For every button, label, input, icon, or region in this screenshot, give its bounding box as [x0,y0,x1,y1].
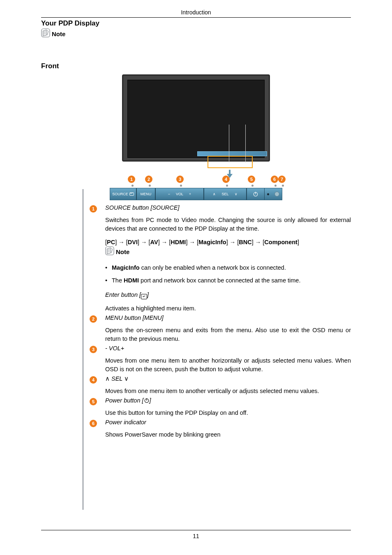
item-body: Opens the on-screen menu and exits from … [105,326,351,343]
item-2: 2 MENU button [MENU] Opens the on-screen… [90,314,351,343]
callout-dots [110,185,282,188]
item-body: Use this button for turning the PDP Disp… [105,409,351,417]
figure: 1 2 3 4 5 6 7 SOURCE MENU −VOL+ ∧SEL∨ [41,74,351,200]
rule-bottom [41,530,351,530]
note-icon [105,246,114,257]
bullet-item: MagicInfo can only be enabled when a net… [105,264,351,272]
item-title: - VOL+ [105,345,351,352]
indicator-dot [267,193,269,195]
bar-sel: ∧SEL∨ [204,188,247,200]
note-row: Note [105,246,351,257]
monitor-screen [127,80,265,158]
item-1: 1 SOURCE button [SOURCE] Switches from P… [90,204,351,313]
item-body: Shows PowerSaver mode by blinking green [105,430,351,439]
callout-badge: 3 [176,176,184,183]
monitor-illustration [122,74,270,162]
item-title-enter: Enter button [↵] [105,291,351,299]
item-body: Switches from PC mode to Video mode. Cha… [105,216,351,233]
callout-badge: 7 [278,176,286,183]
bar-endcap [265,192,282,197]
item-body: Moves from one menu item to another vert… [105,387,351,395]
enter-icon: ↵ [141,294,147,299]
document-page: { "header": { "running_head": "Introduct… [0,0,392,555]
callout-number-row: 1 2 3 4 5 6 7 [110,176,282,185]
page-number: 11 [41,533,351,539]
item-badge: 2 [90,315,97,323]
chevron-down-icon: ∨ [124,375,129,382]
item-badge: 6 [90,420,97,427]
subtitle-front: Front [41,62,351,70]
item-4: 4 ∧ SEL ∨ Moves from one menu item to an… [90,375,351,395]
section-title: Your PDP Display [41,19,351,28]
rule-top [41,17,351,18]
enter-icon [129,192,134,196]
item-badge: 5 [90,398,97,405]
note-label: Note [116,248,129,255]
source-chain: [PC] → [DVI] → [AV] → [HDMI] → [MagicInf… [105,239,351,245]
callout-badge: 4 [222,176,230,183]
item-title: Power indicator [105,419,351,426]
callout-badge: 5 [248,176,255,183]
callout-badge: 6 [271,176,278,183]
running-head: Introduction [41,9,351,17]
item-badge: 3 [90,346,97,353]
note-icon [41,28,50,39]
item-6: 6 Power indicator Shows PowerSaver mode … [90,419,351,439]
bar-source: SOURCE [110,188,136,200]
items-list: 1 SOURCE button [SOURCE] Switches from P… [90,204,351,439]
item-title: SOURCE button [SOURCE] [105,204,351,211]
item-title: Power button [] [105,397,351,404]
callout-connector [245,125,246,162]
item-3: 3 - VOL+ Moves from one menu item to ano… [90,345,351,374]
footer: 11 [41,530,351,539]
note-label: Note [52,30,65,37]
callout-box [208,156,253,168]
callout-badge: 2 [145,176,152,183]
item-badge: 4 [90,376,97,384]
power-icon [144,397,150,404]
side-rule [82,189,84,510]
bullet-item: The HDMI port and network box cannot be … [105,276,351,285]
item-title: ∧ SEL ∨ [105,375,351,382]
item-title: MENU button [MENU] [105,314,351,321]
sensor-icon [274,192,279,197]
note-row: Note [41,28,351,39]
button-bar-illustration: SOURCE MENU −VOL+ ∧SEL∨ [110,188,282,200]
item-5: 5 Power button [] Use this button for tu… [90,397,351,417]
chevron-up-icon: ∧ [105,375,110,382]
item-badge: 1 [90,205,97,213]
bullet-list: MagicInfo can only be enabled when a net… [105,264,351,285]
bar-power [247,188,265,200]
bar-menu: MENU [136,188,155,200]
callout-connector [229,125,229,162]
item-body: Moves from one menu item to another hori… [105,356,351,374]
callout-badge: 1 [128,176,135,183]
item-body: Activates a highlighted menu item. [105,304,351,313]
bar-vol: −VOL+ [155,188,204,200]
power-icon [253,191,258,197]
